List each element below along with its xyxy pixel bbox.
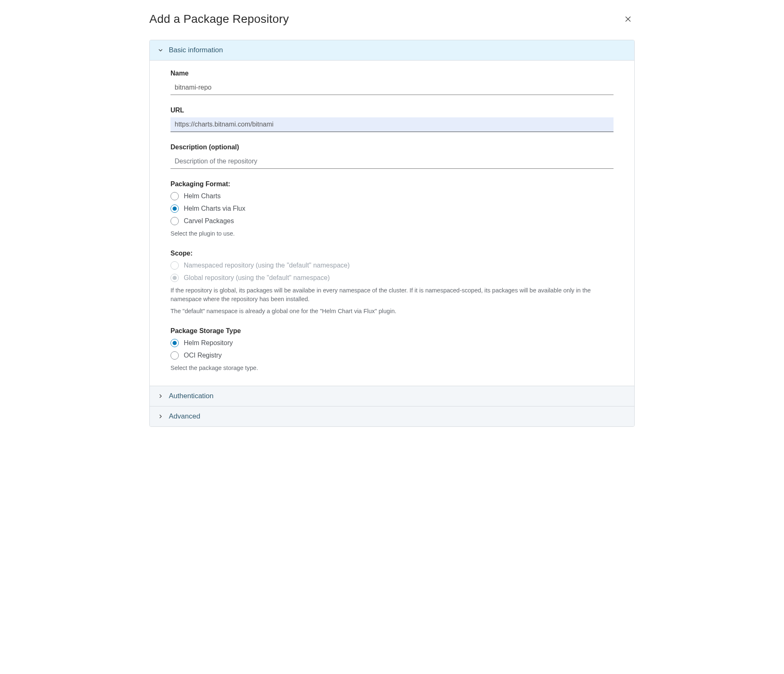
field-name: Name [170,70,614,95]
label-url: URL [170,107,614,114]
label-storage-type: Package Storage Type [170,327,614,335]
radio-carvel-packages[interactable]: Carvel Packages [170,217,614,225]
close-button[interactable] [621,12,635,26]
section-body-basic: Name URL Description (optional) Packagin… [150,61,634,386]
radio-icon [170,339,179,347]
radio-label: Helm Charts via Flux [184,205,245,212]
section-header-basic[interactable]: Basic information [150,40,634,61]
radio-helm-charts-flux[interactable]: Helm Charts via Flux [170,204,614,213]
radio-helm-charts[interactable]: Helm Charts [170,192,614,200]
radio-oci-registry[interactable]: OCI Registry [170,351,614,360]
radio-label: Carvel Packages [184,217,234,225]
label-description: Description (optional) [170,144,614,151]
field-storage-type: Package Storage Type Helm Repository OCI… [170,327,614,372]
section-header-auth[interactable]: Authentication [150,386,634,406]
hint-storage-type: Select the package storage type. [170,364,614,372]
field-url: URL [170,107,614,132]
radio-icon [170,261,179,270]
label-packaging-format: Packaging Format: [170,180,614,188]
radio-label: Helm Charts [184,192,221,200]
chevron-right-icon [157,393,164,399]
modal-title: Add a Package Repository [149,12,289,26]
radio-icon [170,351,179,360]
radio-label: Helm Repository [184,339,233,347]
radio-icon [170,204,179,213]
radio-icon [170,217,179,225]
section-header-advanced[interactable]: Advanced [150,406,634,426]
section-title-auth: Authentication [169,392,214,400]
field-packaging-format: Packaging Format: Helm Charts Helm Chart… [170,180,614,238]
label-name: Name [170,70,614,77]
label-scope: Scope: [170,250,614,257]
radio-label: Global repository (using the "default" n… [184,274,330,282]
field-description: Description (optional) [170,144,614,169]
section-title-basic: Basic information [169,46,223,54]
chevron-down-icon [157,47,164,54]
chevron-right-icon [157,413,164,420]
hint-scope-2: The "default" namespace is already a glo… [170,307,614,316]
radio-helm-repository[interactable]: Helm Repository [170,339,614,347]
name-input[interactable] [170,80,614,95]
add-package-repository-modal: Add a Package Repository Basic informati… [149,10,635,427]
radio-scope-global: Global repository (using the "default" n… [170,274,614,282]
description-input[interactable] [170,154,614,169]
radio-label: OCI Registry [184,352,222,359]
hint-scope-1: If the repository is global, its package… [170,286,614,304]
url-input[interactable] [170,117,614,132]
accordion: Basic information Name URL Description (… [149,40,635,427]
section-title-advanced: Advanced [169,412,200,421]
radio-icon [170,192,179,200]
radio-scope-namespaced: Namespaced repository (using the "defaul… [170,261,614,270]
modal-header: Add a Package Repository [149,10,635,40]
radio-icon [170,274,179,282]
close-icon [624,15,632,23]
radio-label: Namespaced repository (using the "defaul… [184,262,350,269]
field-scope: Scope: Namespaced repository (using the … [170,250,614,316]
hint-packaging-format: Select the plugin to use. [170,229,614,238]
